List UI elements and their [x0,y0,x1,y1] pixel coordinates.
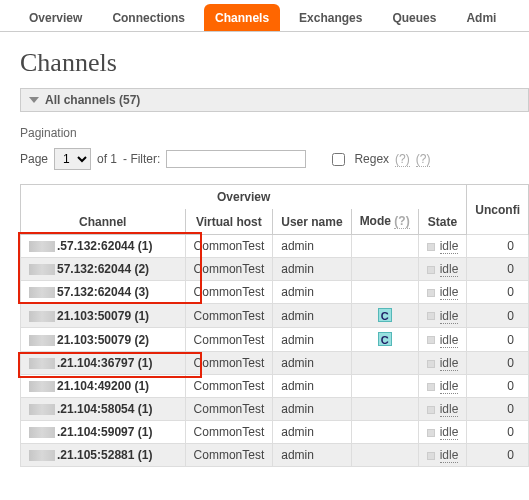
page-of-label: of 1 [97,152,117,166]
redacted-icon [29,241,55,252]
regex-checkbox[interactable] [332,153,345,166]
table-row: .21.104:59097 (1)CommonTestadminidle0 [21,421,529,444]
page-label: Page [20,152,48,166]
page-select[interactable]: 1 [54,148,91,170]
col-user[interactable]: User name [273,209,351,235]
cell-unconf: 0 [467,421,529,444]
mode-badge[interactable]: C [378,308,392,322]
cell-unconf: 0 [467,328,529,352]
cell-unconf: 0 [467,258,529,281]
help-icon[interactable]: (?) [395,152,410,167]
cell-mode [351,421,418,444]
cell-mode [351,398,418,421]
cell-vhost: CommonTest [185,281,273,304]
cell-user: admin [273,444,351,467]
redacted-icon [29,311,55,322]
table-row: 21.103:50079 (2)CommonTestadminCidle0 [21,328,529,352]
redacted-icon [29,264,55,275]
redacted-icon [29,404,55,415]
cell-user: admin [273,328,351,352]
cell-channel[interactable]: .21.104:59097 (1) [21,421,186,444]
cell-channel[interactable]: 21.103:50079 (2) [21,328,186,352]
cell-vhost: CommonTest [185,421,273,444]
cell-mode: C [351,328,418,352]
tab-exchanges[interactable]: Exchanges [288,4,373,31]
state-dot-icon [427,289,435,297]
col-state[interactable]: State [418,209,467,235]
cell-mode [351,375,418,398]
cell-state: idle [418,375,467,398]
table-row: .57.132:62044 (1)CommonTestadminidle0 [21,235,529,258]
cell-user: admin [273,352,351,375]
state-dot-icon [427,243,435,251]
cell-channel[interactable]: 57.132:62044 (3) [21,281,186,304]
cell-user: admin [273,304,351,328]
state-dot-icon [427,266,435,274]
redacted-icon [29,358,55,369]
cell-unconf: 0 [467,281,529,304]
cell-vhost: CommonTest [185,352,273,375]
cell-state: idle [418,421,467,444]
help-icon[interactable]: (?) [416,152,431,167]
col-unconf[interactable]: Unconfi [467,185,529,235]
cell-state: idle [418,352,467,375]
state-dot-icon [427,383,435,391]
cell-channel[interactable]: 21.104:49200 (1) [21,375,186,398]
section-header-label: All channels (57) [45,93,140,107]
col-mode[interactable]: Mode (?) [351,209,418,235]
cell-channel[interactable]: .21.104:36797 (1) [21,352,186,375]
cell-unconf: 0 [467,375,529,398]
cell-mode [351,352,418,375]
mode-badge[interactable]: C [378,332,392,346]
cell-mode [351,258,418,281]
cell-channel[interactable]: 57.132:62044 (2) [21,258,186,281]
state-dot-icon [427,312,435,320]
tab-admi[interactable]: Admi [455,4,507,31]
redacted-icon [29,335,55,346]
table-row: 57.132:62044 (2)CommonTestadminidle0 [21,258,529,281]
cell-user: admin [273,258,351,281]
table-row: 57.132:62044 (3)CommonTestadminidle0 [21,281,529,304]
cell-channel[interactable]: .21.104:58054 (1) [21,398,186,421]
state-dot-icon [427,406,435,414]
state-dot-icon [427,429,435,437]
section-header[interactable]: All channels (57) [20,88,529,112]
col-channel[interactable]: Channel [21,209,186,235]
col-vhost[interactable]: Virtual host [185,209,273,235]
cell-channel[interactable]: 21.103:50079 (1) [21,304,186,328]
cell-unconf: 0 [467,444,529,467]
tab-channels[interactable]: Channels [204,4,280,31]
help-icon[interactable]: (?) [394,214,409,229]
cell-user: admin [273,421,351,444]
cell-unconf: 0 [467,398,529,421]
state-dot-icon [427,452,435,460]
cell-state: idle [418,235,467,258]
table-row: 21.103:50079 (1)CommonTestadminCidle0 [21,304,529,328]
cell-vhost: CommonTest [185,258,273,281]
table-row: .21.104:36797 (1)CommonTestadminidle0 [21,352,529,375]
cell-user: admin [273,375,351,398]
cell-unconf: 0 [467,304,529,328]
tab-connections[interactable]: Connections [101,4,196,31]
tab-queues[interactable]: Queues [381,4,447,31]
cell-vhost: CommonTest [185,375,273,398]
filter-input[interactable] [166,150,306,168]
table-row: .21.105:52881 (1)CommonTestadminidle0 [21,444,529,467]
cell-vhost: CommonTest [185,444,273,467]
redacted-icon [29,450,55,461]
cell-state: idle [418,258,467,281]
col-group-overview: Overview [21,185,467,210]
tab-overview[interactable]: Overview [18,4,93,31]
redacted-icon [29,427,55,438]
cell-channel[interactable]: .21.105:52881 (1) [21,444,186,467]
regex-label: Regex [354,152,389,166]
cell-state: idle [418,281,467,304]
cell-channel[interactable]: .57.132:62044 (1) [21,235,186,258]
cell-state: idle [418,398,467,421]
cell-vhost: CommonTest [185,304,273,328]
table-row: 21.104:49200 (1)CommonTestadminidle0 [21,375,529,398]
cell-vhost: CommonTest [185,398,273,421]
redacted-icon [29,287,55,298]
cell-state: idle [418,444,467,467]
cell-state: idle [418,304,467,328]
